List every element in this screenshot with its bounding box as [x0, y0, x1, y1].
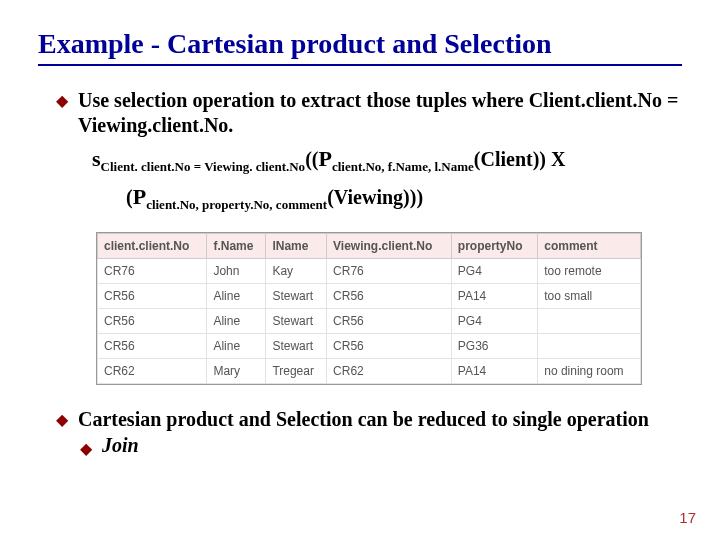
diamond-icon: ◆ — [56, 91, 68, 110]
formula-line-1: sClient. client.No = Viewing. client.No(… — [92, 144, 682, 176]
table-cell: PG36 — [451, 334, 537, 359]
col-header: lName — [266, 234, 327, 259]
col-header: comment — [538, 234, 641, 259]
col-header: f.Name — [207, 234, 266, 259]
table-cell: Aline — [207, 309, 266, 334]
table-cell: too remote — [538, 259, 641, 284]
bullet-item-2: ◆ Cartesian product and Selection can be… — [56, 407, 682, 432]
table-cell: CR56 — [98, 309, 207, 334]
pi2-arg: (Viewing))) — [327, 186, 423, 208]
table-cell: PA14 — [451, 359, 537, 384]
table-cell: CR62 — [98, 359, 207, 384]
page-number: 17 — [679, 509, 696, 526]
slide-title: Example - Cartesian product and Selectio… — [38, 28, 682, 66]
table-cell: no dining room — [538, 359, 641, 384]
table-cell: Mary — [207, 359, 266, 384]
table-cell: CR76 — [98, 259, 207, 284]
diamond-icon: ◆ — [56, 410, 68, 429]
table-cell: CR56 — [327, 284, 452, 309]
table-cell: too small — [538, 284, 641, 309]
table-cell: Stewart — [266, 284, 327, 309]
result-table: client.client.No f.Name lName Viewing.cl… — [97, 233, 641, 384]
pi-symbol-1: P — [318, 146, 331, 171]
pi-symbol-2: P — [133, 184, 146, 209]
sigma-symbol: s — [92, 146, 101, 171]
formula-line-2: (Pclient.No, property.No, comment(Viewin… — [126, 182, 682, 214]
col-header: client.client.No — [98, 234, 207, 259]
pi2-subscript: client.No, property.No, comment — [146, 197, 327, 212]
table-cell: John — [207, 259, 266, 284]
table-cell: Aline — [207, 284, 266, 309]
table-cell: CR56 — [98, 284, 207, 309]
table-cell: PA14 — [451, 284, 537, 309]
table-cell: CR56 — [98, 334, 207, 359]
col-header: propertyNo — [451, 234, 537, 259]
join-label: Join — [102, 434, 139, 457]
table-cell: PG4 — [451, 259, 537, 284]
table-cell: CR56 — [327, 309, 452, 334]
bullet-1-text: Use selection operation to extract those… — [78, 88, 682, 138]
table-cell: CR62 — [327, 359, 452, 384]
table-cell: PG4 — [451, 309, 537, 334]
bullet-item-1: ◆ Use selection operation to extract tho… — [56, 88, 682, 138]
table-cell — [538, 334, 641, 359]
table-row: CR56AlineStewartCR56PG36 — [98, 334, 641, 359]
table-cell: Stewart — [266, 309, 327, 334]
table-row: CR56AlineStewartCR56PG4 — [98, 309, 641, 334]
table-cell: Tregear — [266, 359, 327, 384]
table-cell: CR76 — [327, 259, 452, 284]
table-cell: Stewart — [266, 334, 327, 359]
table-cell: Aline — [207, 334, 266, 359]
sigma-subscript: Client. client.No = Viewing. client.No — [101, 159, 306, 174]
bullet-2-text: Cartesian product and Selection can be r… — [78, 407, 649, 432]
col-header: Viewing.client.No — [327, 234, 452, 259]
table-header-row: client.client.No f.Name lName Viewing.cl… — [98, 234, 641, 259]
table-row: CR62MaryTregearCR62PA14no dining room — [98, 359, 641, 384]
table-cell: Kay — [266, 259, 327, 284]
sub-bullet-join: ◆ Join — [80, 434, 682, 458]
diamond-icon: ◆ — [80, 439, 92, 458]
table-row: CR56AlineStewartCR56PA14too small — [98, 284, 641, 309]
table-cell: CR56 — [327, 334, 452, 359]
pi1-arg: (Client)) X — [474, 148, 566, 170]
table-row: CR76JohnKayCR76PG4too remote — [98, 259, 641, 284]
table-cell — [538, 309, 641, 334]
pi1-subscript: client.No, f.Name, l.Name — [332, 159, 474, 174]
result-table-container: client.client.No f.Name lName Viewing.cl… — [96, 232, 642, 385]
